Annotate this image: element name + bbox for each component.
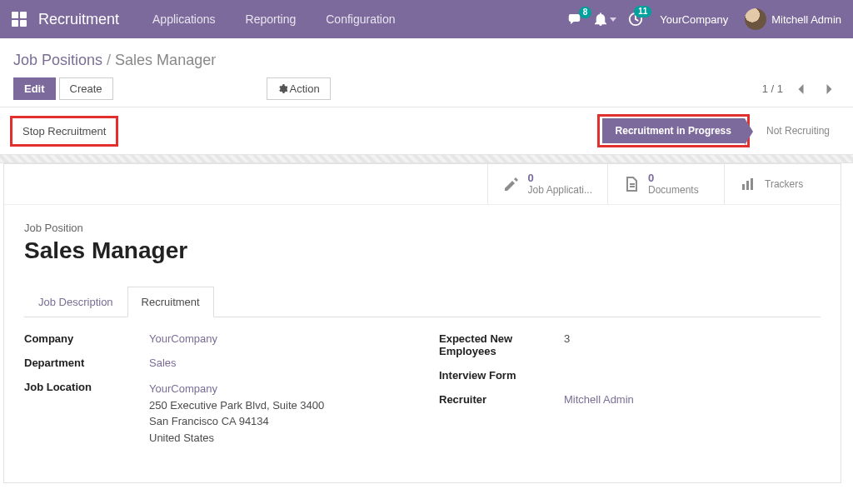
highlight-stop: Stop Recruitment (10, 116, 118, 147)
company-name: YourCompany (655, 13, 733, 26)
nav-reporting[interactable]: Reporting (234, 12, 308, 26)
svg-rect-3 (751, 178, 753, 190)
form-body: Job Position Sales Manager Job Descripti… (4, 205, 841, 482)
label-company: Company (24, 332, 149, 345)
chevron-right-icon (826, 83, 833, 95)
app-title[interactable]: Recruitment (38, 11, 119, 28)
avatar (745, 8, 766, 30)
breadcrumb: Job Positions / Sales Manager (13, 52, 840, 69)
status-active[interactable]: Recruitment in Progress (602, 118, 745, 143)
systray: 8 11 YourCompany Mitchell Admin (568, 8, 841, 30)
stat-documents[interactable]: 0 Documents (607, 164, 724, 204)
action-label: Action (290, 82, 320, 95)
tabs: Job Description Recruitment (24, 286, 821, 317)
pager: 1 / 1 (762, 79, 840, 99)
fields-grid: Company YourCompany Department Sales Job… (24, 332, 821, 457)
svg-rect-1 (742, 184, 745, 190)
top-navbar: Recruitment Applications Reporting Confi… (0, 0, 853, 38)
highlight-status: Recruitment in Progress (597, 114, 750, 147)
action-button[interactable]: Action (267, 77, 331, 100)
sheet-scroll[interactable]: 0 Job Applicati... 0 Documents Trackers … (0, 163, 853, 504)
messaging-badge: 8 (579, 7, 592, 18)
section-label: Job Position (24, 222, 821, 234)
tab-recruitment[interactable]: Recruitment (127, 287, 214, 317)
label-location: Job Location (24, 381, 149, 446)
value-interview-form (564, 369, 821, 382)
control-panel: Job Positions / Sales Manager Edit Creat… (0, 38, 853, 107)
pencil-icon (503, 176, 520, 192)
page-title: Sales Manager (24, 237, 821, 264)
value-recruiter[interactable]: Mitchell Admin (564, 393, 634, 406)
user-name: Mitchell Admin (771, 13, 841, 26)
stop-recruitment-button[interactable]: Stop Recruitment (17, 122, 111, 141)
value-location: YourCompany 250 Executive Park Blvd, Sui… (149, 381, 406, 446)
value-company[interactable]: YourCompany (149, 332, 217, 345)
stat-trackers[interactable]: Trackers (724, 164, 841, 204)
value-expected: 3 (564, 332, 821, 357)
svg-rect-2 (746, 181, 749, 190)
stat-applications[interactable]: 0 Job Applicati... (487, 164, 607, 204)
breadcrumb-current: Sales Manager (115, 52, 216, 68)
activities-badge: 11 (634, 6, 651, 17)
loc-line4: United States (149, 430, 406, 447)
edit-button[interactable]: Edit (13, 77, 56, 100)
stat-row: 0 Job Applicati... 0 Documents Trackers (4, 164, 841, 205)
loc-line3: San Francisco CA 94134 (149, 413, 406, 430)
notifications-icon[interactable] (595, 12, 616, 26)
value-department[interactable]: Sales (149, 357, 177, 369)
label-interview-form: Interview Form (439, 369, 564, 382)
create-button[interactable]: Create (59, 77, 113, 100)
tab-job-description[interactable]: Job Description (24, 287, 127, 317)
messaging-icon[interactable]: 8 (568, 12, 583, 26)
stat-trackers-label: Trackers (765, 178, 803, 190)
bar-chart-icon (740, 176, 756, 192)
user-menu[interactable]: Mitchell Admin (745, 8, 841, 30)
pager-text: 1 / 1 (762, 82, 783, 95)
stat-docs-count: 0 (648, 172, 699, 184)
status-bar: Stop Recruitment Recruitment in Progress… (0, 107, 853, 155)
nav-configuration[interactable]: Configuration (314, 12, 407, 26)
apps-icon[interactable] (12, 12, 27, 27)
form-sheet: 0 Job Applicati... 0 Documents Trackers … (3, 163, 841, 483)
gear-icon (277, 84, 287, 94)
hatch-strip (0, 155, 853, 163)
label-recruiter: Recruiter (439, 393, 564, 406)
nav-applications[interactable]: Applications (141, 12, 227, 26)
label-expected: Expected New Employees (439, 332, 564, 357)
pager-prev[interactable] (791, 79, 811, 99)
breadcrumb-parent[interactable]: Job Positions (13, 52, 102, 68)
document-icon (623, 176, 640, 192)
stat-apps-label: Job Applicati... (528, 184, 592, 196)
loc-line1[interactable]: YourCompany (149, 381, 406, 397)
label-department: Department (24, 357, 149, 369)
chevron-left-icon (797, 83, 805, 95)
loc-line2: 250 Executive Park Blvd, Suite 3400 (149, 397, 406, 414)
company-switcher[interactable]: YourCompany (655, 13, 733, 26)
activities-icon[interactable]: 11 (628, 12, 643, 27)
stat-docs-label: Documents (648, 184, 699, 196)
stat-apps-count: 0 (528, 172, 592, 184)
status-inactive[interactable]: Not Recruiting (750, 118, 841, 143)
pager-next[interactable] (820, 79, 840, 99)
